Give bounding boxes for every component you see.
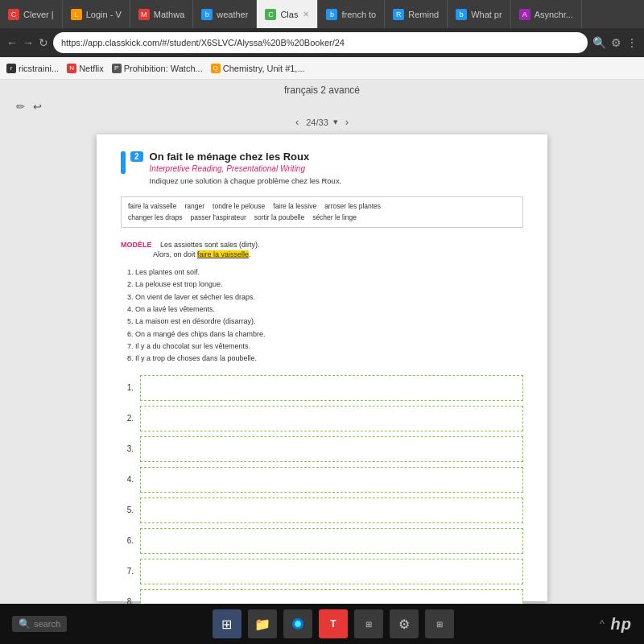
bookmark-ricstraini[interactable]: r ricstraini... (6, 64, 59, 73)
assignment-subtitle: Interpretive Reading, Presentational Wri… (150, 164, 342, 173)
bookmark-netflix-favicon: N (67, 64, 76, 73)
model-period: . (249, 250, 251, 258)
vocab-item-5: changer les draps (128, 213, 183, 224)
undo-icon[interactable]: ↩ (33, 101, 42, 113)
tab-mathway[interactable]: M Mathwa (130, 0, 194, 28)
problem-4: 4. On a lavé les vêtements. (127, 303, 523, 316)
taskbar-t-icon[interactable]: T (319, 609, 348, 638)
vocab-item-2: tondre le pelouse (213, 201, 265, 213)
answer-box-6[interactable] (140, 528, 523, 554)
taskbar-edge-icon[interactable] (283, 609, 312, 638)
tab-class[interactable]: C Clas ✕ (257, 0, 318, 28)
prev-btn[interactable]: ‹ (293, 116, 301, 128)
answer-box-8[interactable] (140, 589, 523, 604)
answer-row-6: 6. (121, 528, 523, 554)
model-alors: Alors, on doit (153, 250, 197, 258)
taskbar-apps-icon[interactable]: ⊞ (425, 609, 454, 638)
tab-login-label: Login - V (86, 10, 122, 19)
tab-login[interactable]: L Login - V (63, 0, 130, 28)
vocab-item-6: passer l'aspirateur (191, 213, 246, 224)
taskbar-left: 🔍 search (12, 616, 67, 632)
tab-weather[interactable]: b weather (193, 0, 257, 28)
refresh-icon[interactable]: ↻ (39, 36, 48, 49)
answer-num-5: 5. (121, 506, 134, 514)
taskbar-arrow-icon[interactable]: ^ (600, 618, 605, 630)
address-text: https://app.classkick.com/#/student/X6SL… (61, 38, 345, 47)
assignment-badge: 2 (130, 151, 143, 162)
taskbar-search-label: search (34, 619, 60, 629)
problem-7: 7. Il y a du chocolat sur les vêtements. (127, 341, 523, 353)
blue-bar (121, 151, 126, 174)
tab-class-label: Clas (280, 10, 298, 19)
address-box[interactable]: https://app.classkick.com/#/student/X6SL… (53, 32, 588, 53)
tab-weather-label: weather (217, 10, 248, 19)
taskbar-files-icon[interactable]: 📁 (248, 609, 277, 638)
bookmark-chemistry[interactable]: Q Chemistry, Unit #1,... (211, 64, 305, 73)
page-dropdown-icon[interactable]: ▾ (333, 117, 338, 127)
answer-row-8: 8. (121, 589, 523, 604)
answer-box-1[interactable] (140, 375, 523, 401)
answer-num-6: 6. (121, 536, 134, 545)
page-counter: 24/33 (306, 118, 328, 127)
vocab-row-2: changer les draps passer l'aspirateur so… (128, 213, 516, 224)
answer-num-3: 3. (121, 444, 134, 453)
tab-whatpr[interactable]: b What pr (448, 0, 511, 28)
tab-asynchr-label: Asynchr... (535, 10, 573, 19)
model-line2: Alors, on doit faire la vaisselle. (153, 250, 523, 258)
tab-clever[interactable]: C Clever | (0, 0, 63, 28)
tab-clever-label: Clever | (23, 10, 54, 19)
taskbar-search-box[interactable]: 🔍 search (12, 616, 67, 632)
tab-french-label: french to (341, 10, 376, 19)
answer-num-4: 4. (121, 475, 134, 484)
menu-icon[interactable]: ⋮ (626, 36, 638, 49)
tab-class-close[interactable]: ✕ (298, 10, 309, 19)
taskbar-settings-icon[interactable]: ⚙ (390, 609, 419, 638)
assignment-title: On fait le ménage chez les Roux (150, 151, 342, 163)
answer-num-2: 2. (121, 414, 134, 423)
forward-icon[interactable]: → (23, 36, 34, 49)
vocab-row: faire la vaisselle ranger tondre le pelo… (128, 201, 516, 213)
tab-french-favicon: b (326, 9, 337, 20)
tab-remind[interactable]: R Remind (385, 0, 448, 28)
answer-num-8: 8. (121, 597, 134, 604)
tab-whatpr-label: What pr (471, 10, 502, 19)
taskbar-right: ^ hp (600, 615, 632, 634)
back-icon[interactable]: ← (6, 36, 18, 49)
next-btn[interactable]: › (343, 116, 351, 128)
answer-row-1: 1. (121, 375, 523, 401)
answer-box-4[interactable] (140, 467, 523, 493)
extensions-icon[interactable]: ⚙ (611, 36, 621, 49)
answer-box-2[interactable] (140, 406, 523, 431)
bookmark-netflix-label: Netflix (79, 64, 104, 73)
tab-french[interactable]: b french to (318, 0, 385, 28)
tab-whatpr-favicon: b (456, 9, 467, 20)
vocab-item-8: sécher le linge (312, 213, 357, 224)
answer-box-7[interactable] (140, 559, 523, 584)
model-section: MODÈLE Les assiettes sont sales (dirty).… (121, 236, 523, 258)
assignment-title-block: On fait le ménage chez les Roux Interpre… (150, 151, 342, 192)
answer-box-3[interactable] (140, 436, 523, 462)
page-title: français 2 avancé (284, 85, 360, 96)
pencil-icon[interactable]: ✏ (16, 101, 25, 113)
bookmark-netflix[interactable]: N Netflix (67, 64, 104, 73)
model-sentence1: Les assiettes sont sales (dirty). (160, 241, 260, 249)
tab-class-favicon: C (265, 9, 276, 20)
vocab-item-7: sortir la poubelle (254, 213, 304, 224)
bookmark-chemistry-label: Chemistry, Unit #1,... (223, 64, 305, 73)
tab-mathway-label: Mathwa (154, 10, 185, 19)
search-icon[interactable]: 🔍 (592, 36, 606, 49)
tab-mathway-favicon: M (138, 9, 150, 20)
taskbar-center: ⊞ 📁 T ⊞ ⚙ ⊞ (213, 609, 454, 638)
vocab-item-4: arroser les plantes (324, 201, 381, 213)
taskbar-grid-icon[interactable]: ⊞ (354, 609, 383, 638)
taskbar-windows-icon[interactable]: ⊞ (213, 609, 242, 638)
problem-5: 5. La maison est en désordre (disarray). (127, 316, 523, 328)
vocab-item-0: faire la vaisselle (128, 201, 176, 213)
bookmark-chemistry-favicon: Q (211, 64, 221, 73)
answer-area: 1. 2. 3. 4. 5. 6. (121, 375, 523, 604)
tab-asynchr[interactable]: A Asynchr... (511, 0, 582, 28)
bookmark-prohibition[interactable]: P Prohibition: Watch... (112, 64, 203, 73)
tool-row: ✏ ↩ (0, 101, 42, 113)
model-label: MODÈLE (121, 241, 152, 249)
answer-box-5[interactable] (140, 497, 523, 523)
